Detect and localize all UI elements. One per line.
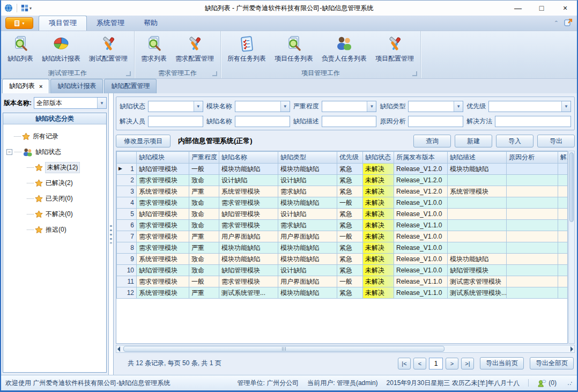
column-header[interactable]: 严重程度 bbox=[189, 152, 219, 164]
data-cell[interactable] bbox=[558, 220, 568, 231]
export-all-pages-button[interactable]: 导出全部页 bbox=[530, 357, 574, 369]
import-button[interactable]: 导入 bbox=[496, 135, 533, 147]
status-cell[interactable]: 未解决 bbox=[363, 242, 394, 254]
table-row[interactable]: 1▶缺陷管理模块一般模块功能缺陷模块功能缺陷紧急未解决Release_V1.2.… bbox=[117, 164, 568, 175]
data-cell[interactable] bbox=[507, 231, 558, 242]
data-cell[interactable]: Release_V1.1.0 bbox=[394, 220, 448, 231]
data-cell[interactable]: 紧急 bbox=[337, 186, 363, 197]
data-cell[interactable]: Release_V1.1.0 bbox=[394, 287, 448, 299]
ribbon-button[interactable]: 负责人任务列表 bbox=[317, 33, 371, 64]
table-row[interactable]: 2需求管理模块致命设计缺陷设计缺陷紧急未解决Release_V1.2.0 bbox=[117, 175, 568, 186]
data-cell[interactable]: 一般 bbox=[337, 197, 363, 209]
column-header[interactable]: 解决方法 bbox=[558, 152, 568, 164]
filter-input[interactable] bbox=[495, 116, 571, 127]
data-cell[interactable]: 需求管理模块 bbox=[137, 242, 189, 254]
data-cell[interactable]: 需求管理模块 bbox=[137, 220, 189, 231]
data-cell[interactable]: 设计缺陷 bbox=[219, 175, 278, 186]
filter-input[interactable] bbox=[408, 116, 463, 127]
export-button[interactable]: 导出 bbox=[537, 135, 575, 147]
data-cell[interactable]: 紧急 bbox=[337, 175, 363, 186]
data-cell[interactable]: 紧急 bbox=[337, 220, 363, 231]
tree-item[interactable]: 已关闭(0) bbox=[6, 191, 105, 206]
tree-item[interactable]: 已解决(2) bbox=[6, 175, 105, 191]
status-cell[interactable]: 未解决 bbox=[363, 276, 394, 287]
table-row[interactable]: 9系统管理模块致命模块功能缺陷模块功能缺陷紧急未解决Release_V1.0.0… bbox=[117, 254, 568, 265]
maximize-button[interactable]: □ bbox=[530, 1, 553, 16]
minimize-button[interactable]: — bbox=[506, 1, 530, 16]
page-number-input[interactable] bbox=[429, 358, 443, 369]
data-cell[interactable]: 系统管理模块 bbox=[448, 186, 507, 197]
data-cell[interactable]: Release_V1.0.0 bbox=[394, 231, 448, 242]
data-cell[interactable]: 严重 bbox=[189, 242, 219, 254]
modify-columns-button[interactable]: 修改显示项目 bbox=[116, 135, 171, 147]
data-cell[interactable]: 紧急 bbox=[337, 287, 363, 299]
data-cell[interactable]: 致命 bbox=[189, 209, 219, 220]
close-button[interactable]: × bbox=[553, 1, 577, 16]
data-cell[interactable]: 测试系统管理模块... bbox=[448, 287, 507, 299]
data-cell[interactable]: 需求缺陷 bbox=[278, 220, 337, 231]
data-cell[interactable] bbox=[507, 220, 558, 231]
column-header[interactable]: 缺陷状态 bbox=[363, 152, 394, 164]
data-cell[interactable]: 用户界面缺陷 bbox=[219, 231, 278, 242]
first-page-button[interactable]: |< bbox=[398, 358, 411, 369]
data-cell[interactable]: 模块功能缺陷 bbox=[219, 164, 278, 175]
row-number[interactable]: 2 bbox=[117, 175, 137, 186]
data-cell[interactable]: 紧急 bbox=[337, 265, 363, 276]
data-cell[interactable] bbox=[558, 175, 568, 186]
data-cell[interactable]: 一般 bbox=[189, 164, 219, 175]
data-cell[interactable]: 需求管理模块 bbox=[219, 220, 278, 231]
horizontal-scrollbar-thumb[interactable] bbox=[123, 346, 444, 352]
status-cell[interactable]: 未解决 bbox=[363, 220, 394, 231]
data-cell[interactable] bbox=[448, 220, 507, 231]
tree-item[interactable]: −缺陷状态 bbox=[6, 144, 105, 160]
data-cell[interactable] bbox=[448, 175, 507, 186]
data-cell[interactable]: 一般 bbox=[189, 276, 219, 287]
row-number[interactable]: 5 bbox=[117, 209, 137, 220]
ribbon-button[interactable]: 缺陷列表 bbox=[3, 33, 38, 64]
data-cell[interactable]: 紧急 bbox=[337, 209, 363, 220]
data-cell[interactable]: Release_V1.0.0 bbox=[394, 265, 448, 276]
data-cell[interactable]: 需求管理模块 bbox=[137, 175, 189, 186]
ribbon-button[interactable]: 需求配置管理 bbox=[171, 33, 218, 64]
horizontal-scrollbar[interactable] bbox=[116, 345, 575, 353]
data-cell[interactable]: 严重 bbox=[189, 231, 219, 242]
data-cell[interactable] bbox=[507, 186, 558, 197]
ribbon-button[interactable]: 缺陷统计报表 bbox=[38, 33, 85, 64]
horizontal-scrollbar-track[interactable] bbox=[122, 346, 568, 352]
data-cell[interactable]: 需求管理模块 bbox=[137, 231, 189, 242]
table-row[interactable]: 7需求管理模块严重用户界面缺陷用户界面缺陷一般未解决Release_V1.0.0 bbox=[117, 231, 568, 242]
data-cell[interactable]: 系统管理模块 bbox=[137, 287, 189, 299]
data-cell[interactable]: Release_V1.2.0 bbox=[394, 175, 448, 186]
table-row[interactable]: 10缺陷管理模块致命缺陷管理模块设计缺陷紧急未解决Release_V1.0.0缺… bbox=[117, 265, 568, 276]
export-current-page-button[interactable]: 导出当前页 bbox=[480, 357, 524, 369]
row-number[interactable]: 9 bbox=[117, 254, 137, 265]
table-row[interactable]: 4需求管理模块致命需求管理模块模块功能缺陷一般未解决Release_V1.0.0 bbox=[117, 197, 568, 209]
filter-dropdown[interactable]: ▼ bbox=[148, 101, 203, 112]
sidebar-splitter[interactable] bbox=[108, 93, 114, 375]
data-cell[interactable]: 用户界面缺陷 bbox=[278, 276, 337, 287]
row-number[interactable]: 7 bbox=[117, 231, 137, 242]
column-header[interactable]: 缺陷模块 bbox=[137, 152, 189, 164]
doc-tab-3[interactable]: 缺陷配置管理 bbox=[104, 79, 157, 93]
scroll-left-icon[interactable] bbox=[117, 346, 120, 352]
data-cell[interactable]: 模块功能缺陷 bbox=[278, 242, 337, 254]
dialog-launcher-icon[interactable] bbox=[126, 71, 131, 76]
filter-input[interactable] bbox=[235, 116, 290, 127]
data-cell[interactable]: 测试需求管理模块 bbox=[448, 276, 507, 287]
data-cell[interactable] bbox=[507, 265, 558, 276]
data-cell[interactable] bbox=[558, 209, 568, 220]
status-cell[interactable]: 未解决 bbox=[363, 254, 394, 265]
status-cell[interactable]: 未解决 bbox=[363, 186, 394, 197]
row-number[interactable]: 12 bbox=[117, 287, 137, 299]
data-cell[interactable]: 模块功能缺陷 bbox=[448, 164, 507, 175]
collapse-expander-icon[interactable]: − bbox=[6, 149, 12, 155]
chevron-down-icon[interactable]: ▼ bbox=[97, 98, 106, 108]
scroll-right-icon[interactable] bbox=[570, 346, 573, 352]
filter-dropdown[interactable]: ▼ bbox=[322, 101, 377, 112]
data-cell[interactable] bbox=[507, 287, 558, 299]
data-cell[interactable]: 模块功能缺陷 bbox=[219, 242, 278, 254]
data-cell[interactable]: Release_V1.0.0 bbox=[394, 209, 448, 220]
data-cell[interactable] bbox=[558, 276, 568, 287]
data-cell[interactable]: 致命 bbox=[189, 220, 219, 231]
data-cell[interactable]: 模块功能缺陷 bbox=[278, 164, 337, 175]
